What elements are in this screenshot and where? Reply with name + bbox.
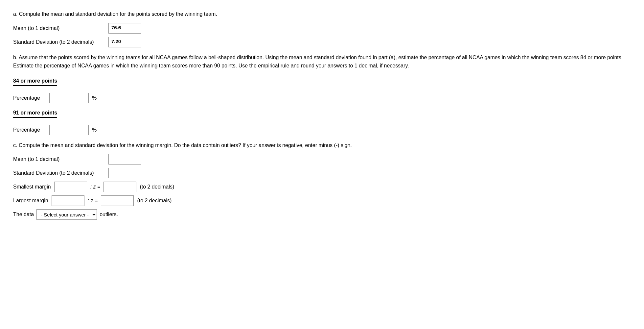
part-c-intro: c. Compute the mean and standard deviati… xyxy=(13,141,631,150)
smallest-margin-label: Smallest margin xyxy=(13,184,51,190)
std-c-input[interactable] xyxy=(108,168,141,178)
smallest-z-unit: (to 2 decimals) xyxy=(140,184,174,190)
percentage-91-input[interactable] xyxy=(49,125,89,135)
percentage-84-unit: % xyxy=(92,95,97,101)
section-84-header-block: 84 or more points xyxy=(13,75,631,89)
part-c-section: c. Compute the mean and standard deviati… xyxy=(13,141,631,220)
largest-z-label: : z = xyxy=(88,198,98,204)
outliers-row: The data - Select your answer - do conta… xyxy=(13,209,631,220)
largest-margin-label: Largest margin xyxy=(13,198,48,204)
outliers-select[interactable]: - Select your answer - do contain do not… xyxy=(36,209,97,220)
smallest-z-input[interactable] xyxy=(104,182,136,192)
part-b-section: b. Assume that the points scored by the … xyxy=(13,53,631,135)
mean-label: Mean (to 1 decimal) xyxy=(13,25,105,31)
part-a-intro: a. Compute the mean and standard deviati… xyxy=(13,10,631,18)
std-c-label: Standard Deviation (to 2 decimals) xyxy=(13,170,105,176)
largest-margin-row: Largest margin : z = (to 2 decimals) xyxy=(13,195,631,206)
largest-z-unit: (to 2 decimals) xyxy=(137,198,172,204)
mean-row: Mean (to 1 decimal) 76.6 xyxy=(13,23,631,34)
part-b-intro: b. Assume that the points scored by the … xyxy=(13,53,631,70)
std-label: Standard Deviation (to 2 decimals) xyxy=(13,39,105,45)
section-91-header: 91 or more points xyxy=(13,110,57,118)
mean-c-input[interactable] xyxy=(108,154,141,164)
percentage-84-row: Percentage % xyxy=(13,90,631,103)
smallest-z-label: : z = xyxy=(90,184,101,190)
section-84-header: 84 or more points xyxy=(13,78,57,86)
smallest-margin-input[interactable] xyxy=(54,182,87,192)
std-c-row: Standard Deviation (to 2 decimals) xyxy=(13,168,631,178)
largest-z-input[interactable] xyxy=(101,195,134,206)
percentage-84-label: Percentage xyxy=(13,95,46,101)
data-label: The data xyxy=(13,212,34,217)
mean-c-row: Mean (to 1 decimal) xyxy=(13,154,631,164)
part-a-section: a. Compute the mean and standard deviati… xyxy=(13,10,631,47)
smallest-margin-row: Smallest margin : z = (to 2 decimals) xyxy=(13,182,631,192)
std-value: 7.20 xyxy=(108,37,141,47)
section-91-header-block: 91 or more points xyxy=(13,107,631,120)
percentage-91-unit: % xyxy=(92,127,97,133)
outliers-suffix: outliers. xyxy=(100,212,118,217)
mean-value: 76.6 xyxy=(108,23,141,34)
percentage-84-input[interactable] xyxy=(49,93,89,103)
mean-c-label: Mean (to 1 decimal) xyxy=(13,156,105,162)
std-row: Standard Deviation (to 2 decimals) 7.20 xyxy=(13,37,631,47)
percentage-91-row: Percentage % xyxy=(13,122,631,135)
percentage-91-label: Percentage xyxy=(13,127,46,133)
largest-margin-input[interactable] xyxy=(52,195,84,206)
